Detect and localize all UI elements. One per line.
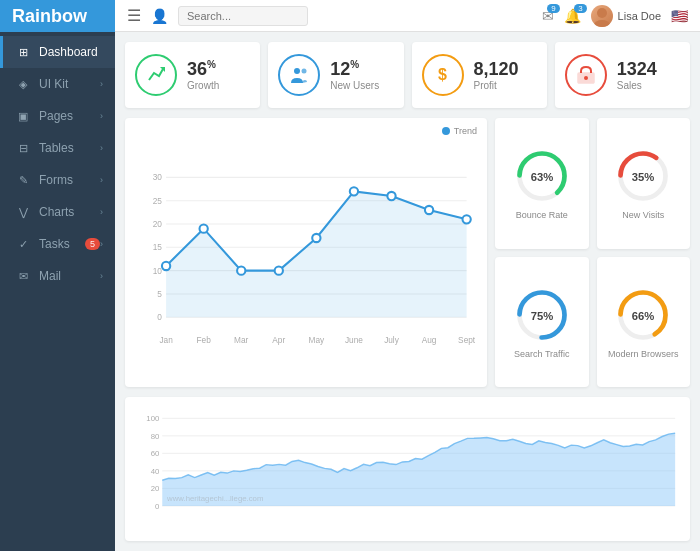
legend-dot: [442, 127, 450, 135]
gauge-label-bounce-rate: Bounce Rate: [516, 210, 568, 220]
sidebar-label-pages: Pages: [39, 109, 100, 123]
svg-point-0: [597, 8, 607, 18]
stat-info-profit: 8,120 Profit: [474, 60, 519, 91]
arrow-forms: ›: [100, 175, 103, 185]
stat-card-sales: 1324 Sales: [555, 42, 690, 108]
svg-point-31: [200, 225, 208, 233]
gauge-card-new-visits: 35% New Visits: [597, 118, 691, 249]
header: ☰ 👤 ✉ 9 🔔 3 Lisa Doe 🇺🇸: [115, 0, 700, 32]
svg-text:www.heritagechi...llege.com: www.heritagechi...llege.com: [166, 494, 263, 503]
svg-text:May: May: [309, 335, 326, 345]
svg-point-35: [350, 187, 358, 195]
sidebar-item-tables[interactable]: ⊟ Tables ›: [0, 132, 115, 164]
users-icon[interactable]: 👤: [151, 8, 168, 24]
svg-text:60: 60: [151, 449, 160, 458]
sidebar: Rainbow ⊞ Dashboard ◈ UI Kit › ▣ Pages ›…: [0, 0, 115, 551]
hamburger-icon[interactable]: ☰: [127, 6, 141, 25]
svg-text:25: 25: [153, 196, 163, 206]
header-right: ✉ 9 🔔 3 Lisa Doe 🇺🇸: [542, 5, 688, 27]
app-name: Rainbow: [12, 6, 87, 27]
sidebar-label-mail: Mail: [39, 269, 100, 283]
sidebar-item-ui-kit[interactable]: ◈ UI Kit ›: [0, 68, 115, 100]
stat-value-sales: 1324: [617, 60, 657, 78]
stat-info-sales: 1324 Sales: [617, 60, 657, 91]
mail-icon[interactable]: ✉ 9: [542, 8, 554, 24]
svg-text:Aug: Aug: [422, 335, 437, 345]
line-chart-card: Trend 051015202530JanFebMarAprMayJuneJul…: [125, 118, 487, 387]
svg-text:63%: 63%: [530, 171, 553, 183]
svg-text:June: June: [345, 335, 363, 345]
stat-label-growth: Growth: [187, 80, 219, 91]
tables-icon: ⊟: [15, 140, 31, 156]
svg-point-38: [462, 215, 470, 223]
sidebar-item-tasks[interactable]: ✓ Tasks 5 ›: [0, 228, 115, 260]
svg-text:20: 20: [151, 484, 160, 493]
stat-card-profit: $ 8,120 Profit: [412, 42, 547, 108]
svg-text:Apr: Apr: [272, 335, 285, 345]
arrow-charts: ›: [100, 207, 103, 217]
stat-cards: 36% Growth 12% New Users $ 8,120 Profit …: [125, 42, 690, 108]
svg-text:Feb: Feb: [197, 335, 212, 345]
svg-point-1: [594, 20, 610, 27]
svg-point-4: [302, 69, 307, 74]
svg-point-34: [312, 234, 320, 242]
sidebar-item-pages[interactable]: ▣ Pages ›: [0, 100, 115, 132]
user-name: Lisa Doe: [618, 10, 661, 22]
svg-text:Jan: Jan: [159, 335, 173, 345]
arrow-tasks: ›: [100, 239, 103, 249]
legend-label: Trend: [454, 126, 477, 136]
bell-icon[interactable]: 🔔 3: [564, 8, 581, 24]
chart-legend: Trend: [442, 126, 477, 136]
svg-text:35%: 35%: [632, 171, 655, 183]
badge-tasks: 5: [85, 238, 100, 250]
stat-card-growth: 36% Growth: [125, 42, 260, 108]
stat-value-growth: 36%: [187, 60, 219, 78]
svg-point-37: [425, 206, 433, 214]
pages-icon: ▣: [15, 108, 31, 124]
sidebar-item-charts[interactable]: ⋁ Charts ›: [0, 196, 115, 228]
svg-point-30: [162, 262, 170, 270]
svg-text:15: 15: [153, 242, 163, 252]
sidebar-label-tasks: Tasks: [39, 237, 81, 251]
user-menu[interactable]: Lisa Doe: [591, 5, 661, 27]
sidebar-item-forms[interactable]: ✎ Forms ›: [0, 164, 115, 196]
svg-point-33: [275, 266, 283, 274]
stat-info-growth: 36% Growth: [187, 60, 219, 91]
ui-kit-icon: ◈: [15, 76, 31, 92]
sidebar-label-tables: Tables: [39, 141, 100, 155]
svg-text:30: 30: [153, 172, 163, 182]
gauge-card-bounce-rate: 63% Bounce Rate: [495, 118, 589, 249]
svg-text:40: 40: [151, 467, 160, 476]
svg-text:0: 0: [155, 502, 160, 511]
stat-info-new-users: 12% New Users: [330, 60, 379, 91]
gauge-svg-new-visits: 35%: [613, 146, 673, 206]
gauge-cards: 63% Bounce Rate 35% New Visits 75% Searc…: [495, 118, 690, 387]
main-content: ☰ 👤 ✉ 9 🔔 3 Lisa Doe 🇺🇸: [115, 0, 700, 551]
svg-text:5: 5: [157, 289, 162, 299]
svg-text:20: 20: [153, 219, 163, 229]
mail-badge: 9: [547, 4, 559, 13]
sidebar-item-mail[interactable]: ✉ Mail ›: [0, 260, 115, 292]
stat-card-new-users: 12% New Users: [268, 42, 403, 108]
mail-icon: ✉: [15, 268, 31, 284]
sidebar-label-ui-kit: UI Kit: [39, 77, 100, 91]
svg-text:0: 0: [157, 312, 162, 322]
sidebar-item-dashboard[interactable]: ⊞ Dashboard: [0, 36, 115, 68]
arrow-mail: ›: [100, 271, 103, 281]
app-logo: Rainbow: [0, 0, 115, 32]
gauge-label-search-traffic: Search Traffic: [514, 349, 569, 359]
sidebar-label-dashboard: Dashboard: [39, 45, 103, 59]
stat-value-profit: 8,120: [474, 60, 519, 78]
svg-point-6: [584, 76, 588, 80]
stat-label-new-users: New Users: [330, 80, 379, 91]
svg-text:July: July: [384, 335, 400, 345]
search-input[interactable]: [178, 6, 308, 26]
gauge-svg-modern-browsers: 66%: [613, 285, 673, 345]
stat-icon-sales: [565, 54, 607, 96]
sidebar-label-charts: Charts: [39, 205, 100, 219]
forms-icon: ✎: [15, 172, 31, 188]
arrow-tables: ›: [100, 143, 103, 153]
line-chart-svg: 051015202530JanFebMarAprMayJuneJulyAugSe…: [135, 128, 477, 377]
gauge-label-new-visits: New Visits: [622, 210, 664, 220]
svg-text:75%: 75%: [530, 309, 553, 321]
